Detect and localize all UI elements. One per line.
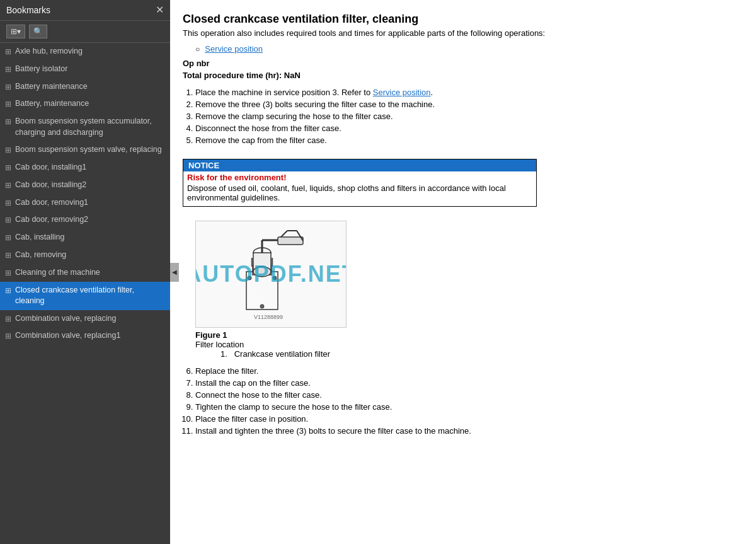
bookmark-icon: ⊞ <box>5 250 11 261</box>
sidebar-close-button[interactable]: ✕ <box>156 5 164 15</box>
figure-item: 1. Crankcase ventilation filter <box>220 349 737 359</box>
figure-caption: Figure 1 Filter location <box>195 330 737 349</box>
bookmark-label: Boom suspension system valve, replacing <box>15 144 164 156</box>
notice-label: NOTICE <box>183 159 536 171</box>
step-continued-8: Connect the hose to the filter case. <box>195 390 737 400</box>
svg-point-12 <box>273 276 277 280</box>
svg-point-8 <box>253 267 271 277</box>
steps-list: Place the machine in service position 3.… <box>195 88 737 145</box>
filter-illustration: V11288899 <box>196 221 341 322</box>
bookmark-icon: ⊞ <box>5 233 11 243</box>
bookmark-label: Battery maintenance <box>15 81 164 93</box>
sidebar-title: Bookmarks <box>6 5 50 15</box>
service-position-link[interactable]: Service position <box>205 44 263 54</box>
step-5: Remove the cap from the filter case. <box>195 136 737 145</box>
step-4: Disconnect the hose from the filter case… <box>195 124 737 133</box>
bookmark-icon: ⊞ <box>5 180 11 191</box>
bookmark-item-cab-door-installing2[interactable]: ⊞Cab door, installing2 <box>0 177 170 194</box>
bookmark-icon: ⊞ <box>5 314 11 325</box>
figure-subtitle: Filter location <box>195 340 737 349</box>
figure-item-number: 1. <box>220 349 227 359</box>
bookmark-label: Cab door, removing1 <box>15 197 164 209</box>
bookmark-icon: ⊞ <box>5 145 11 156</box>
notice-text: Dispose of used oil, coolant, fuel, liqu… <box>183 182 536 206</box>
bookmark-icon: ⊞ <box>5 64 11 75</box>
bookmark-icon: ⊞ <box>5 331 11 342</box>
step-continued-7: Install the cap on the filter case. <box>195 378 737 388</box>
notice-box: NOTICE Risk for the environment! Dispose… <box>183 159 537 207</box>
figure-item-label: Crankcase ventilation filter <box>234 349 330 359</box>
figure-image: V11288899 AUTOPDF.NET <box>195 221 346 328</box>
bookmark-label: Cab door, installing2 <box>15 180 164 191</box>
step-continued-11: Install and tighten the three (3) bolts … <box>195 426 737 436</box>
bookmark-label: Cab door, installing1 <box>15 162 164 173</box>
bookmark-label: Cab, removing <box>15 250 164 261</box>
bookmark-icon: ⊞ <box>5 99 11 110</box>
bookmark-label: Combination valve, replacing1 <box>15 330 164 342</box>
figure-title: Figure 1 <box>195 330 227 340</box>
bookmark-icon: ⊞ <box>5 163 11 173</box>
bookmark-item-battery-maintenance[interactable]: ⊞Battery maintenance <box>0 78 170 96</box>
subtitle: This operation also includes required to… <box>183 28 737 38</box>
step1-service-link[interactable]: Service position <box>373 88 431 97</box>
step-continued-9: Tighten the clamp to secure the hose to … <box>195 402 737 412</box>
bookmark-item-cab-installing[interactable]: ⊞Cab, installing <box>0 229 170 246</box>
bookmark-icon: ⊞ <box>5 82 11 93</box>
service-links-list: Service position <box>195 44 737 54</box>
bookmark-label: Axle hub, removing <box>15 46 164 57</box>
step-continued-10: Place the filter case in position. <box>195 414 737 424</box>
bookmark-label: Battery isolator <box>15 64 164 75</box>
bookmark-item-cab-door-removing1[interactable]: ⊞Cab door, removing1 <box>0 194 170 212</box>
svg-point-11 <box>248 276 251 280</box>
bookmark-icon: ⊞ <box>5 215 11 226</box>
bookmark-item-cab-door-installing1[interactable]: ⊞Cab door, installing1 <box>0 159 170 177</box>
bookmark-label: Cleaning of the machine <box>15 267 164 279</box>
total-time: Total procedure time (hr): NaN <box>183 71 737 80</box>
bookmark-label: Closed crankcase ventilation filter, cle… <box>15 285 164 307</box>
bookmark-item-battery-maintenance2[interactable]: ⊞Battery, maintenance <box>0 95 170 113</box>
svg-rect-14 <box>278 237 303 245</box>
bookmark-label: Cab door, removing2 <box>15 214 164 226</box>
search-button[interactable]: 🔍 <box>29 25 47 38</box>
bookmark-icon: ⊞ <box>5 117 11 127</box>
step-1: Place the machine in service position 3.… <box>195 88 737 97</box>
bookmark-item-axle-hub-removing[interactable]: ⊞Axle hub, removing <box>0 43 170 61</box>
bookmark-list: ⊞Axle hub, removing⊞Battery isolator⊞Bat… <box>0 43 170 544</box>
bookmark-item-battery-isolator[interactable]: ⊞Battery isolator <box>0 61 170 78</box>
steps-continued-list: Replace the filter.Install the cap on th… <box>195 366 737 436</box>
op-nbr-label: Op nbr <box>183 59 737 68</box>
step-2: Remove the three (3) bolts securing the … <box>195 100 737 109</box>
main-content: Closed crankcase ventilation filter, cle… <box>170 0 756 544</box>
bookmark-item-cab-door-removing2[interactable]: ⊞Cab door, removing2 <box>0 211 170 229</box>
bookmark-item-cab-removing[interactable]: ⊞Cab, removing <box>0 246 170 264</box>
bookmark-icon: ⊞ <box>5 47 11 57</box>
bookmark-item-cleaning-machine[interactable]: ⊞Cleaning of the machine <box>0 264 170 282</box>
sidebar-toolbar: ⊞▾ 🔍 <box>0 21 170 43</box>
step-continued-6: Replace the filter. <box>195 366 737 376</box>
bookmark-icon: ⊞ <box>5 198 11 209</box>
bookmark-icon: ⊞ <box>5 286 11 296</box>
bookmark-icon: ⊞ <box>5 268 11 279</box>
sidebar: Bookmarks ✕ ⊞▾ 🔍 ⊞Axle hub, removing⊞Bat… <box>0 0 170 544</box>
expand-button[interactable]: ⊞▾ <box>6 25 25 38</box>
bookmark-item-boom-suspension-acc[interactable]: ⊞Boom suspension system accumulator, cha… <box>0 113 170 141</box>
figure-container: V11288899 AUTOPDF.NET Figure 1 Filter lo… <box>195 221 737 359</box>
bookmark-item-boom-suspension-valve[interactable]: ⊞Boom suspension system valve, replacing <box>0 141 170 159</box>
bookmark-label: Cab, installing <box>15 232 164 243</box>
bookmark-item-closed-crankcase[interactable]: ⊞Closed crankcase ventilation filter, cl… <box>0 282 170 310</box>
bookmark-label: Boom suspension system accumulator, char… <box>15 116 164 138</box>
bookmark-label: Combination valve, replacing <box>15 313 164 325</box>
collapse-sidebar-button[interactable]: ◀ <box>170 263 179 282</box>
step-3: Remove the clamp securing the hose to th… <box>195 112 737 121</box>
bookmark-item-combination-valve-replacing1[interactable]: ⊞Combination valve, replacing1 <box>0 327 170 345</box>
bookmark-label: Battery, maintenance <box>15 98 164 110</box>
svg-text:V11288899: V11288899 <box>254 314 283 320</box>
bookmark-item-combination-valve-replacing[interactable]: ⊞Combination valve, replacing <box>0 310 170 328</box>
notice-risk: Risk for the environment! <box>183 171 536 182</box>
sidebar-header: Bookmarks ✕ <box>0 0 170 21</box>
svg-point-13 <box>260 304 264 308</box>
page-title: Closed crankcase ventilation filter, cle… <box>183 13 737 26</box>
